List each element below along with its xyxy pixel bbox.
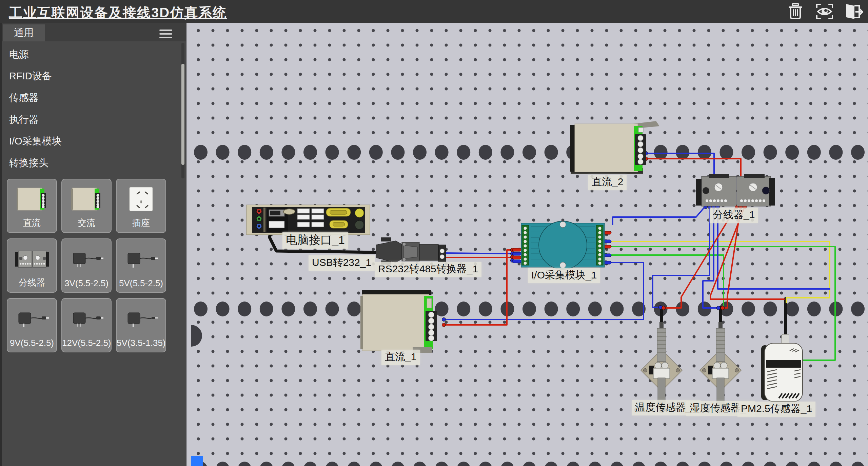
usb-plug: [270, 211, 280, 215]
component-label: 直流: [7, 217, 56, 229]
device-dc1[interactable]: [360, 290, 437, 353]
category-adapter[interactable]: 转换接头: [2, 152, 186, 174]
psu-icon: [7, 183, 56, 217]
component-card-3v[interactable]: 3V(5.5-2.5): [61, 238, 112, 293]
eye-icon: [815, 3, 834, 20]
device-splitter[interactable]: [696, 174, 775, 206]
wire-splitter-feed-blue[interactable]: [613, 206, 706, 225]
psu-icon: [62, 183, 111, 217]
connector-red[interactable]: [662, 306, 666, 310]
component-label: 5V(5.5-2.5): [117, 278, 165, 289]
simulation-canvas[interactable]: 直流_2 电脑接口_1 USB转232_1 RS232转485转换器_1 I/O…: [189, 23, 868, 466]
component-card-5v[interactable]: 5V(5.5-2.5): [116, 238, 166, 293]
component-label: 插座: [117, 217, 165, 229]
round-connector: [355, 220, 364, 229]
component-label: 3V(5.5-2.5): [62, 278, 111, 289]
exit-door-icon: [844, 3, 863, 20]
device-rs232-485-converter[interactable]: [376, 237, 446, 265]
device-dc2[interactable]: [570, 121, 659, 174]
device-label-io: I/O采集模块_1: [528, 268, 600, 283]
round-connector: [355, 209, 364, 217]
component-label: 12V(5.5-2.5): [62, 338, 111, 348]
view-button[interactable]: [815, 2, 834, 21]
connector-red[interactable]: [721, 306, 725, 310]
category-rfid[interactable]: RFID设备: [2, 65, 186, 87]
component-card-dc[interactable]: 直流: [7, 179, 57, 233]
socket-icon: [117, 183, 165, 217]
component-card-9v[interactable]: 9V(5.5-2.5): [7, 298, 57, 352]
component-card-splitter[interactable]: 分线器: [7, 238, 57, 293]
usb-port: [269, 221, 284, 228]
category-power[interactable]: 电源: [2, 43, 186, 65]
component-label: 5V(3.5-1.35): [117, 338, 165, 348]
exit-button[interactable]: [844, 2, 863, 21]
category-list: 电源 RFID设备 传感器 执行器 I/O采集模块 转换接头: [2, 43, 186, 174]
device-label-rs485: RS232转485转换器_1: [375, 262, 481, 277]
connector-blue[interactable]: [442, 318, 446, 322]
category-actuator[interactable]: 执行器: [2, 109, 186, 130]
menu-icon[interactable]: [159, 27, 172, 37]
device-io-module[interactable]: [512, 221, 611, 269]
device-label-pm25: PM2.5传感器_1: [737, 402, 815, 417]
sidebar-scrollbar[interactable]: [181, 43, 184, 178]
component-card-socket[interactable]: 插座: [116, 179, 166, 233]
splitter-icon: [7, 242, 56, 276]
component-grid: 直流 交流: [7, 179, 183, 352]
app-title: 工业互联网设备及接线3D仿真系统: [9, 3, 227, 22]
component-card-12v[interactable]: 12V(5.5-2.5): [61, 298, 112, 352]
adapter-icon: [117, 242, 165, 276]
component-label: 9V(5.5-2.5): [7, 338, 56, 348]
top-bar: 工业互联网设备及接线3D仿真系统: [0, 0, 868, 23]
component-label: 分线器: [7, 277, 56, 289]
adapter-icon: [7, 302, 56, 336]
delete-button[interactable]: [786, 2, 805, 21]
sidebar-collapse-handle[interactable]: [191, 325, 202, 347]
wire-temp-wire-blue[interactable]: [653, 206, 710, 307]
device-label-dc2: 直流_2: [588, 175, 627, 190]
device-label-dc1: 直流_1: [381, 350, 420, 365]
device-temp-sensor[interactable]: [641, 322, 682, 413]
audio-jacks: [256, 209, 262, 229]
device-humidity-sensor[interactable]: [700, 322, 741, 413]
device-label-pc: 电脑接口_1: [282, 232, 348, 249]
device-pc-interface[interactable]: [246, 205, 370, 235]
category-io-module[interactable]: I/O采集模块: [2, 130, 186, 152]
connector-blue[interactable]: [717, 306, 721, 310]
app-window: 工业互联网设备及接线3D仿真系统: [0, 0, 868, 466]
component-card-ac[interactable]: 交流: [61, 179, 112, 233]
scrollbar-thumb[interactable]: [181, 64, 184, 165]
category-sensor[interactable]: 传感器: [2, 87, 186, 109]
canvas-corner-blue-badge[interactable]: [191, 456, 203, 466]
device-label-usb232: USB转232_1: [309, 255, 375, 271]
component-card-5v-small[interactable]: 5V(3.5-1.35): [116, 298, 166, 352]
tab-general[interactable]: 通用: [3, 24, 45, 41]
device-pm25-sensor[interactable]: [761, 334, 803, 402]
connector-red[interactable]: [442, 323, 446, 327]
toolbar: [786, 2, 863, 21]
adapter-icon: [62, 242, 111, 276]
component-label: 交流: [62, 217, 111, 229]
adapter-icon: [62, 302, 111, 336]
adapter-icon: [117, 302, 165, 336]
device-label-splitter: 分线器_1: [710, 208, 758, 223]
sidebar-tab-row: 通用: [2, 23, 186, 41]
component-sidebar: 通用 电源 RFID设备 传感器 执行器 I/O采集模块 转换接头: [0, 23, 186, 466]
trash-icon: [787, 3, 804, 20]
